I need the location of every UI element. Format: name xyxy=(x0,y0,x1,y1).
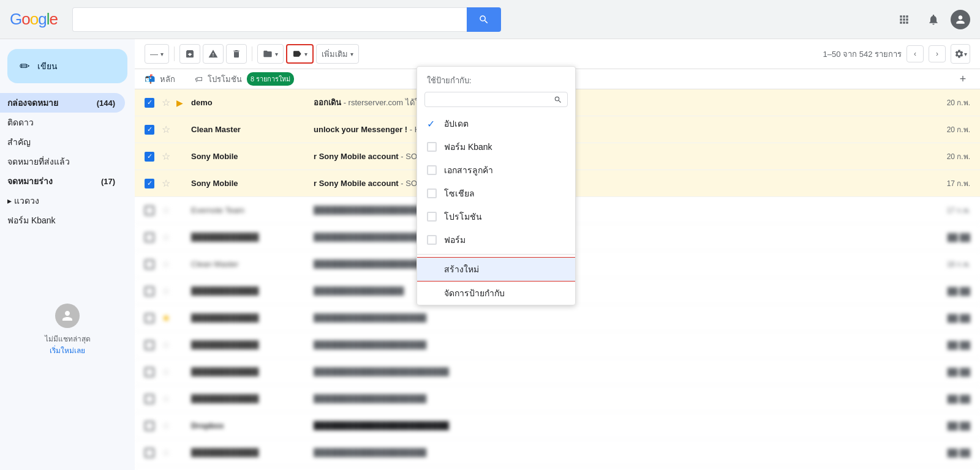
row-star-14[interactable]: ☆ xyxy=(162,447,174,458)
label-button[interactable]: ▾ xyxy=(286,44,314,64)
row-checkbox-13[interactable] xyxy=(145,421,157,431)
row-checkbox-7[interactable] xyxy=(145,259,157,269)
row-star-11[interactable]: ☆ xyxy=(162,366,174,378)
row-checkbox-5[interactable] xyxy=(145,206,157,215)
sidebar-item-circles[interactable]: ▸ แวดวง xyxy=(0,191,125,211)
avatar-button[interactable] xyxy=(951,10,970,29)
row-checkbox-9[interactable] xyxy=(145,313,157,323)
row-star-8[interactable]: ☆ xyxy=(162,285,174,297)
subject-14: ████████████████████ xyxy=(314,448,426,457)
select-dropdown-icon: ▾ xyxy=(160,51,164,58)
toolbar-sep-1 xyxy=(174,47,175,61)
table-row[interactable]: ☆ ████████████ ████████████████████ ██ █… xyxy=(135,439,980,466)
search-button[interactable] xyxy=(467,7,501,32)
table-row[interactable]: ☆ Dropbox ████████████████████████ ██ ██ xyxy=(135,412,980,439)
prev-icon: ‹ xyxy=(914,50,916,58)
delete-button[interactable] xyxy=(226,44,247,64)
row-checkbox-3[interactable] xyxy=(145,152,157,162)
dropdown-item-create[interactable]: สร้างใหม่ xyxy=(417,257,575,282)
sidebar-item-drafts[interactable]: จดหมายร่าง (17) xyxy=(0,171,125,191)
row-star-5[interactable]: ☆ xyxy=(162,204,174,216)
apps-button[interactable] xyxy=(892,7,916,32)
dropdown-item-form[interactable]: ฟอร์ม xyxy=(417,228,575,252)
archive-button[interactable] xyxy=(179,44,200,64)
row-star-13[interactable]: ☆ xyxy=(162,420,174,431)
checkbox-13 xyxy=(145,421,154,431)
dropdown-divider xyxy=(417,254,575,255)
logo-g2: g xyxy=(38,10,46,29)
folder-dropdown-icon: ▾ xyxy=(275,51,278,58)
sidebar-kbank-label: ฟอร์ม Kbank xyxy=(7,214,115,227)
row-checkbox-8[interactable] xyxy=(145,286,157,296)
row-star-12[interactable]: ☆ xyxy=(162,393,174,405)
compose-button[interactable]: ✏ เขียน xyxy=(7,49,127,83)
check-promo-icon xyxy=(427,212,437,222)
row-star-3[interactable]: ☆ xyxy=(162,151,174,162)
row-checkbox-1[interactable] xyxy=(145,98,157,108)
dropdown-form-label: ฟอร์ม xyxy=(444,233,466,247)
top-bar: Google xyxy=(0,0,980,39)
settings-button[interactable]: ▾ xyxy=(951,44,970,64)
select-all-button[interactable]: — ▾ xyxy=(145,44,169,64)
check-kbank-icon xyxy=(427,142,437,152)
dropdown-update-label: อัปเดต xyxy=(444,117,469,130)
row-checkbox-4[interactable] xyxy=(145,179,157,188)
sidebar-item-starred[interactable]: ติดดาว xyxy=(0,113,125,132)
sidebar-inbox-label: กล่องจดหมาย xyxy=(7,96,97,110)
row-checkbox-10[interactable] xyxy=(145,340,157,350)
add-tab-button[interactable]: + xyxy=(956,72,970,86)
sidebar-item-sent[interactable]: จดหมายที่ส่งแล้ว xyxy=(0,152,125,171)
checkbox-10 xyxy=(145,340,154,350)
sender-14: ████████████ xyxy=(191,448,314,457)
row-star-4[interactable]: ☆ xyxy=(162,177,174,189)
row-star-10[interactable]: ☆ xyxy=(162,339,174,351)
search-input[interactable] xyxy=(72,7,467,32)
dropdown-item-docs[interactable]: เอกสารลูกค้า xyxy=(417,159,575,182)
date-7: 18 ก.พ. xyxy=(933,258,970,270)
dropdown-kbank-label: ฟอร์ม Kbank xyxy=(444,140,492,154)
sidebar: ✏ เขียน กล่องจดหมาย (144) ติดดาว สำคัญ จ… xyxy=(0,39,135,470)
dropdown-item-social[interactable]: โซเชียล xyxy=(417,182,575,205)
row-star-7[interactable]: ☆ xyxy=(162,258,174,270)
row-checkbox-6[interactable] xyxy=(145,233,157,242)
dropdown-item-promo[interactable]: โปรโมชัน xyxy=(417,205,575,228)
row-star-2[interactable]: ☆ xyxy=(162,124,174,135)
report-button[interactable] xyxy=(203,44,224,64)
sidebar-item-inbox[interactable]: กล่องจดหมาย (144) xyxy=(0,93,125,113)
chat-start-link[interactable]: เริ่มใหม่เลย xyxy=(50,346,85,355)
sidebar-item-kbank[interactable]: ฟอร์ม Kbank xyxy=(0,211,125,230)
delete-icon xyxy=(232,49,241,59)
promo-tag-icon: 🏷 xyxy=(195,75,203,84)
row-star-1[interactable]: ☆ xyxy=(162,97,174,108)
table-row[interactable]: ☆ ████████████ ████████████████████ ██ █… xyxy=(135,332,980,359)
date-10: ██ ██ xyxy=(933,341,970,349)
subject-4: r Sony Mobile account xyxy=(314,179,399,188)
more-button[interactable]: เพิ่มเติม ▾ xyxy=(316,44,359,64)
table-row[interactable]: ☆ ████████████ ████████████████████████ … xyxy=(135,359,980,386)
row-checkbox-11[interactable] xyxy=(145,367,157,377)
row-checkbox-14[interactable] xyxy=(145,448,157,458)
dropdown-search-input[interactable] xyxy=(430,95,554,104)
table-row[interactable]: ☆ ████████████ ████████████████████ ██ █… xyxy=(135,386,980,412)
logo-g: G xyxy=(10,10,21,29)
notification-button[interactable] xyxy=(921,7,946,32)
dropdown-item-kbank[interactable]: ฟอร์ม Kbank xyxy=(417,135,575,159)
subject-preview-4: r Sony Mobile account - SONY make.believ… xyxy=(314,179,933,188)
settings-dropdown-icon: ▾ xyxy=(964,51,967,58)
chat-avatar xyxy=(55,304,80,328)
row-checkbox-2[interactable] xyxy=(145,125,157,135)
prev-page-button[interactable]: ‹ xyxy=(907,45,924,62)
folder-button[interactable]: ▾ xyxy=(257,44,284,64)
page-count: 1–50 จาก 542 รายการ xyxy=(823,48,902,61)
row-star-9[interactable]: ★ xyxy=(162,312,174,324)
row-star-6[interactable]: ☆ xyxy=(162,231,174,243)
table-row[interactable]: ★ ████████████ ████████████████████ ██ █… xyxy=(135,305,980,332)
date-3: 20 ก.พ. xyxy=(933,151,970,162)
next-page-button[interactable]: › xyxy=(929,45,946,62)
dropdown-item-update[interactable]: ✓ อัปเดต xyxy=(417,112,575,135)
sidebar-item-important[interactable]: สำคัญ xyxy=(0,132,125,152)
dropdown-item-manage[interactable]: จัดการป้ายกำกับ xyxy=(417,282,575,305)
compose-label: เขียน xyxy=(37,59,58,73)
row-important-2: ▶ xyxy=(176,125,186,135)
row-checkbox-12[interactable] xyxy=(145,394,157,404)
